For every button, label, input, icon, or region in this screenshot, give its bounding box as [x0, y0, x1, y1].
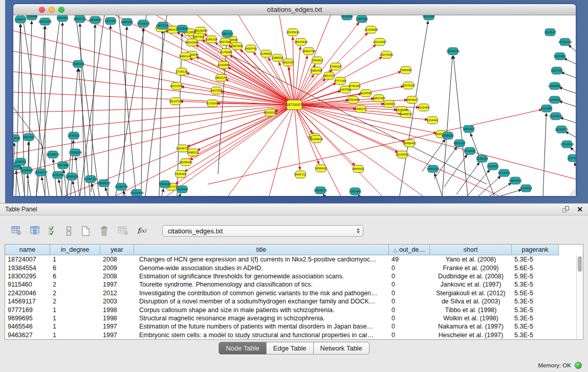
column-header-out_de[interactable]: △out_de…: [389, 245, 430, 255]
network-node[interactable]: 9624554: [360, 90, 372, 97]
network-node[interactable]: 6794028: [330, 63, 342, 70]
table-cell[interactable]: 22420046: [5, 290, 50, 297]
table-cell[interactable]: 1: [50, 332, 100, 339]
network-node[interactable]: 9846532: [352, 165, 364, 172]
zoom-window-icon[interactable]: [58, 7, 64, 13]
table-cell[interactable]: 9465546: [5, 323, 50, 330]
network-node[interactable]: 8215955: [540, 105, 553, 112]
network-node[interactable]: 1868422: [315, 165, 327, 172]
table-row[interactable]: 1456911722003Disruption of a novel membe…: [5, 297, 576, 305]
table-cell[interactable]: Investigating the contribution of common…: [134, 290, 389, 297]
select-rows-icon[interactable]: [49, 226, 57, 236]
network-node[interactable]: 2718126: [176, 68, 188, 75]
network-graph[interactable]: 18724007 7663822 9860128 5912954 1822605…: [13, 15, 576, 196]
table-cell[interactable]: 0: [389, 281, 430, 288]
network-node[interactable]: 12975115: [402, 82, 416, 89]
network-node[interactable]: 7515526: [176, 25, 188, 32]
network-node[interactable]: 9474444: [464, 147, 476, 155]
table-mode-icon[interactable]: [66, 226, 72, 236]
network-node[interactable]: 17359924: [69, 149, 82, 156]
table-cell[interactable]: Jankovic et al. (1997): [430, 281, 512, 288]
network-node[interactable]: 1092445: [349, 188, 361, 195]
table-cell[interactable]: Tibbo et al. (1998): [430, 307, 512, 314]
network-node[interactable]: 20206576: [46, 151, 60, 158]
float-window-icon[interactable]: [562, 206, 570, 213]
network-node[interactable]: 11156829: [20, 167, 33, 174]
table-cell[interactable]: 5.5E-5: [512, 290, 559, 297]
network-node[interactable]: 2803144: [215, 74, 227, 81]
column-header-short[interactable]: short: [430, 245, 512, 255]
table-cell[interactable]: 1997: [100, 332, 134, 339]
splitter-grip[interactable]: [294, 204, 299, 206]
network-node[interactable]: 2905334: [72, 60, 84, 68]
network-node[interactable]: 16159352: [396, 151, 409, 158]
column-header-title[interactable]: title: [134, 245, 389, 255]
network-node[interactable]: 18537112: [73, 15, 87, 23]
table-cell[interactable]: 0: [389, 323, 430, 330]
table-cell[interactable]: 1: [50, 256, 100, 263]
table-cell[interactable]: 5.9E-5: [512, 273, 559, 280]
network-node[interactable]: 4170043: [206, 100, 219, 107]
table-cell[interactable]: Nakamura et al. (1997): [430, 323, 512, 330]
network-node[interactable]: 1145194: [52, 171, 64, 179]
network-canvas[interactable]: 18724007 7663822 9860128 5912954 1822605…: [13, 15, 576, 196]
table-cell[interactable]: 5.3E-5: [512, 256, 559, 263]
network-node[interactable]: 9115460: [418, 104, 430, 111]
network-node[interactable]: 2087682: [356, 15, 368, 23]
table-cell[interactable]: 1998: [100, 315, 134, 322]
network-node[interactable]: 20691406: [38, 18, 52, 25]
table-row[interactable]: 1830029562008Estimation of significance …: [5, 272, 576, 280]
network-node[interactable]: 9242848: [217, 61, 230, 69]
network-node[interactable]: 7625402: [175, 170, 187, 178]
table-select-dropdown[interactable]: citations_edges.txt: [162, 225, 363, 237]
network-node[interactable]: 6216063: [383, 100, 395, 107]
network-node[interactable]: 7955812: [311, 57, 323, 64]
network-node[interactable]: 2620650: [13, 135, 20, 142]
table-cell[interactable]: Genome-wide association studies in ADHD.: [134, 265, 389, 272]
table-cell[interactable]: 2008: [100, 273, 134, 280]
table-row[interactable]: 946362711997Embryonic stem cells: a mode…: [5, 331, 576, 339]
network-node[interactable]: 1235051: [14, 158, 27, 165]
table-cell[interactable]: 9777169: [5, 307, 50, 314]
network-node[interactable]: 2405572: [14, 16, 27, 23]
close-window-icon[interactable]: [39, 7, 45, 13]
table-cell[interactable]: Structural magnetic resonance image aver…: [134, 315, 389, 322]
network-node[interactable]: 12444151: [548, 96, 562, 103]
network-node[interactable]: 2967608: [231, 42, 243, 50]
table-cell[interactable]: 2: [50, 290, 100, 297]
network-node[interactable]: 7957224: [221, 30, 233, 37]
table-cell[interactable]: Yano et al. (2008): [430, 256, 512, 263]
network-node[interactable]: 12213967: [373, 38, 387, 46]
table-cell[interactable]: Tourette syndrome. Phenomenology and cla…: [134, 281, 389, 288]
create-column-icon[interactable]: [81, 226, 91, 236]
network-node[interactable]: 9245652: [520, 185, 532, 192]
network-node[interactable]: 9777169: [334, 77, 346, 84]
table-cell[interactable]: Corpus callosum shape and size in male p…: [134, 307, 389, 314]
network-node[interactable]: 9746266: [349, 82, 361, 90]
column-header-pagerank[interactable]: pagerank: [512, 245, 559, 255]
network-node[interactable]: 6991917: [463, 125, 475, 133]
table-cell[interactable]: 19384554: [5, 265, 50, 272]
table-cell[interactable]: de Silva et al. (2003): [430, 298, 512, 305]
network-node[interactable]: 5498212: [187, 149, 199, 156]
table-row[interactable]: 977716911998Corpus callosum shape and si…: [5, 305, 576, 314]
table-cell[interactable]: Franke et al. (2009): [430, 265, 512, 272]
table-cell[interactable]: 0: [389, 315, 430, 322]
network-node[interactable]: 9397588: [57, 162, 69, 169]
network-node[interactable]: 2035513: [68, 132, 80, 139]
table-cell[interactable]: 1: [50, 315, 100, 322]
table-cell[interactable]: 5.3E-5: [512, 323, 559, 330]
table-cell[interactable]: 1: [50, 323, 100, 330]
table-row[interactable]: 1938455462009Genome-wide association stu…: [5, 264, 576, 272]
network-node[interactable]: 9227343: [551, 67, 563, 74]
network-node[interactable]: 7254028: [159, 181, 171, 188]
network-node[interactable]: 8813054: [423, 15, 435, 20]
table-cell[interactable]: 9115460: [5, 281, 50, 288]
network-node[interactable]: 16210643: [549, 113, 563, 120]
network-node[interactable]: 10496432: [403, 140, 417, 147]
network-node[interactable]: 9218596: [341, 15, 353, 20]
table-cell[interactable]: Estimation of the future numbers of pati…: [134, 323, 389, 330]
table-row[interactable]: 1872400712008Changes of HCN gene express…: [5, 255, 576, 264]
table-cell[interactable]: 5.3E-5: [512, 315, 559, 322]
network-node[interactable]: 18640910: [294, 38, 308, 46]
